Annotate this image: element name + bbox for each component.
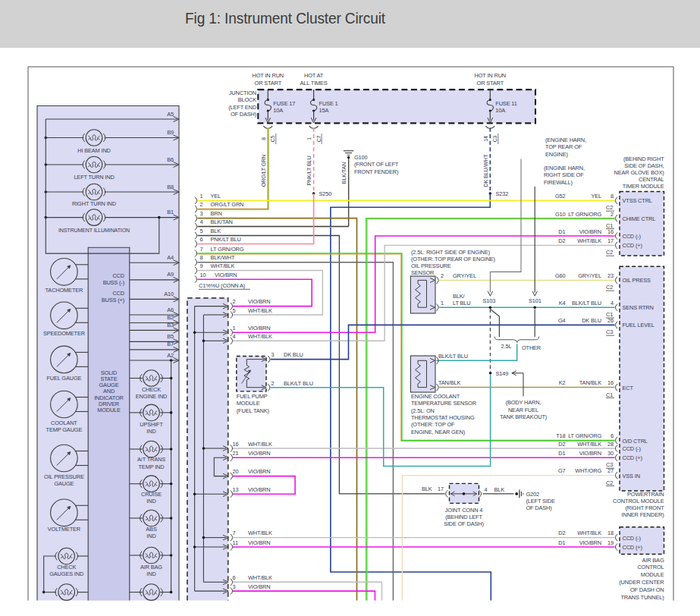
svg-text:(LEFT SIDE: (LEFT SIDE xyxy=(526,498,555,504)
svg-text:1: 1 xyxy=(200,193,203,200)
svg-text:LT GRN/ORG: LT GRN/ORG xyxy=(568,432,601,439)
svg-text:5: 5 xyxy=(200,228,203,234)
svg-text:D1: D1 xyxy=(558,450,565,457)
svg-text:HOT IN RUN: HOT IN RUN xyxy=(475,72,506,79)
svg-text:TEMP IND: TEMP IND xyxy=(139,464,165,470)
svg-text:G52: G52 xyxy=(555,193,566,200)
svg-text:SIDE OF DASH,: SIDE OF DASH, xyxy=(624,162,664,169)
svg-text:BLK/TAN: BLK/TAN xyxy=(211,218,233,225)
svg-text:CCD (+): CCD (+) xyxy=(623,454,642,461)
svg-text:15A: 15A xyxy=(319,107,329,114)
svg-text:BRN: BRN xyxy=(211,210,222,217)
svg-text:(ENGINE HARN,: (ENGINE HARN, xyxy=(545,137,586,143)
svg-text:ENGINE IND: ENGINE IND xyxy=(136,393,168,400)
svg-text:FUEL GAUGE: FUEL GAUGE xyxy=(46,375,81,382)
svg-text:B9: B9 xyxy=(167,129,174,136)
svg-text:WHT/BLK: WHT/BLK xyxy=(248,333,272,340)
svg-text:OF DASH): OF DASH) xyxy=(231,111,256,118)
svg-text:BLK/TAN: BLK/TAN xyxy=(341,162,347,184)
svg-text:B6: B6 xyxy=(167,156,174,163)
svg-text:ECT: ECT xyxy=(623,385,634,391)
svg-text:VIO/BRN: VIO/BRN xyxy=(248,468,270,475)
svg-text:VOLTMETER: VOLTMETER xyxy=(48,526,80,533)
svg-text:A10: A10 xyxy=(164,291,174,297)
svg-text:7: 7 xyxy=(200,246,203,253)
svg-text:C3: C3 xyxy=(606,328,613,335)
svg-text:G100: G100 xyxy=(354,154,368,161)
svg-text:OR START: OR START xyxy=(255,80,282,86)
svg-text:YEL: YEL xyxy=(211,193,221,200)
svg-text:VSS IN: VSS IN xyxy=(623,473,640,479)
svg-text:CONTROL: CONTROL xyxy=(637,564,664,570)
svg-text:3: 3 xyxy=(200,210,203,217)
svg-text:1: 1 xyxy=(306,137,312,140)
svg-text:D2: D2 xyxy=(558,530,565,536)
svg-text:21: 21 xyxy=(233,450,239,457)
svg-text:ORG/LT GRN: ORG/LT GRN xyxy=(260,155,267,187)
svg-text:C7: C7 xyxy=(316,135,322,142)
svg-text:LEFT TURN IND: LEFT TURN IND xyxy=(74,174,114,181)
svg-text:TOP REAR OF: TOP REAR OF xyxy=(545,143,582,150)
svg-text:2.5L: 2.5L xyxy=(501,343,512,350)
svg-text:FUSE 11: FUSE 11 xyxy=(495,100,516,107)
svg-text:PNK/LT BLU: PNK/LT BLU xyxy=(211,236,241,243)
svg-text:3: 3 xyxy=(233,583,236,590)
svg-text:S250: S250 xyxy=(319,190,332,197)
svg-text:FUEL PUMP: FUEL PUMP xyxy=(237,393,268,400)
svg-text:WHT/BLK: WHT/BLK xyxy=(577,530,601,536)
svg-text:CENTRAL: CENTRAL xyxy=(639,176,664,183)
svg-text:S232: S232 xyxy=(496,190,509,197)
svg-text:1: 1 xyxy=(233,325,236,332)
svg-text:WHT/ORG: WHT/ORG xyxy=(575,467,601,474)
svg-text:OF DASH ON: OF DASH ON xyxy=(630,586,664,593)
svg-text:20: 20 xyxy=(233,468,239,475)
svg-text:BUSS (-): BUSS (-) xyxy=(103,279,124,286)
svg-text:5: 5 xyxy=(233,307,236,314)
svg-text:C3: C3 xyxy=(492,135,498,142)
svg-text:C1%%U (CONN A): C1%%U (CONN A) xyxy=(199,282,245,289)
svg-text:VIO/BRN: VIO/BRN xyxy=(579,450,601,457)
svg-text:HOT AT: HOT AT xyxy=(304,72,324,79)
svg-text:G60: G60 xyxy=(555,272,566,279)
svg-text:BLK/WHT: BLK/WHT xyxy=(211,254,235,261)
svg-text:B1: B1 xyxy=(167,209,174,215)
svg-text:WHT/BLK: WHT/BLK xyxy=(248,307,272,314)
svg-text:FUSE 1: FUSE 1 xyxy=(319,100,338,107)
svg-text:CHECK: CHECK xyxy=(57,564,76,570)
svg-text:BLK: BLK xyxy=(211,228,221,234)
svg-text:11: 11 xyxy=(233,539,238,546)
svg-text:CCD (-): CCD (-) xyxy=(623,233,641,240)
svg-text:(FRONT OF LEFT: (FRONT OF LEFT xyxy=(354,161,399,168)
svg-text:ABS: ABS xyxy=(146,526,157,533)
svg-text:10A: 10A xyxy=(273,107,283,114)
svg-text:FRONT FENDER): FRONT FENDER) xyxy=(354,168,398,175)
svg-text:S101: S101 xyxy=(529,297,541,304)
svg-text:IND: IND xyxy=(146,570,155,577)
svg-text:16: 16 xyxy=(233,441,239,448)
svg-text:(RIGHT FRONT: (RIGHT FRONT xyxy=(625,504,664,511)
svg-text:FUSE 17: FUSE 17 xyxy=(273,100,295,107)
svg-text:BLK/LT BLU: BLK/LT BLU xyxy=(572,300,601,306)
svg-text:30: 30 xyxy=(607,450,614,457)
svg-text:TIMER MODULE: TIMER MODULE xyxy=(623,183,664,190)
svg-text:LT GRN/ORG: LT GRN/ORG xyxy=(568,211,601,218)
svg-text:(OTHER: TOP REAR OF ENGINE): (OTHER: TOP REAR OF ENGINE) xyxy=(411,256,495,262)
svg-text:B7: B7 xyxy=(167,341,174,347)
svg-text:FUEL LEVEL: FUEL LEVEL xyxy=(623,322,654,328)
svg-text:4: 4 xyxy=(611,300,614,306)
svg-text:B5: B5 xyxy=(167,333,174,340)
svg-text:TANK BREAKOUT): TANK BREAKOUT) xyxy=(500,413,547,420)
svg-text:A9: A9 xyxy=(167,271,174,278)
svg-text:MODULE: MODULE xyxy=(237,400,260,407)
svg-text:OIL PRESSURE: OIL PRESSURE xyxy=(44,473,84,480)
svg-text:ENGINE, NEAR GEN): ENGINE, NEAR GEN) xyxy=(411,429,465,435)
svg-text:LT BLU: LT BLU xyxy=(453,300,470,306)
svg-text:POWERTRAIN: POWERTRAIN xyxy=(627,491,664,498)
svg-text:HOT IN RUN: HOT IN RUN xyxy=(253,72,284,79)
svg-text:BLK/LT BLU: BLK/LT BLU xyxy=(284,380,313,387)
svg-text:K2: K2 xyxy=(559,379,566,386)
svg-text:GAUGE: GAUGE xyxy=(54,480,74,487)
svg-text:8: 8 xyxy=(261,137,266,140)
svg-text:16: 16 xyxy=(607,379,614,386)
svg-text:TRANS TUNNEL): TRANS TUNNEL) xyxy=(620,594,664,601)
